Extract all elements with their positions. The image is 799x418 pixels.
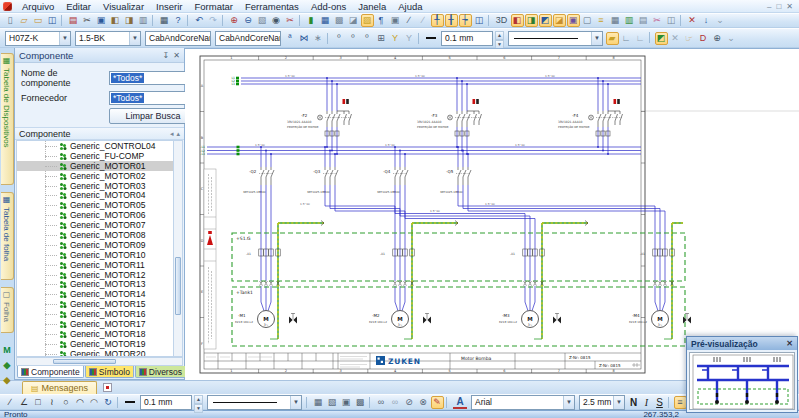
pilcrow-icon[interactable]: ¶ bbox=[375, 14, 388, 27]
message-error-icon[interactable] bbox=[103, 383, 112, 392]
supplier-combo[interactable]: *Todos*▼ bbox=[109, 91, 197, 105]
cable-name-combo-1[interactable]: CabAndCoreName,▼ bbox=[145, 31, 211, 46]
cube-outline-icon[interactable]: ▢ bbox=[581, 14, 594, 27]
to-front-icon[interactable]: ▣ bbox=[340, 396, 353, 409]
text-column-icon[interactable]: ◫ bbox=[473, 14, 486, 27]
underline-button[interactable]: S bbox=[653, 397, 666, 408]
component-item[interactable]: Generic_MOTOR12 bbox=[17, 270, 182, 280]
unlink-icon[interactable]: ∞ bbox=[389, 396, 402, 409]
pin-grid-icon[interactable]: ⊞ bbox=[375, 32, 388, 45]
italic-button[interactable]: I bbox=[640, 397, 653, 408]
tab-tabela-de-dispositivos[interactable]: ▦Tabela de Dispositivos bbox=[1, 53, 14, 185]
save-copy-icon[interactable]: ◫ bbox=[665, 14, 678, 27]
deselect-icon[interactable]: ✕ bbox=[669, 32, 682, 45]
print-icon[interactable]: ▦ bbox=[158, 14, 171, 27]
component-item[interactable]: Generic_MOTOR04 bbox=[17, 190, 182, 200]
redliner-icon[interactable]: D bbox=[697, 32, 710, 45]
cube-green-icon[interactable]: ◆ bbox=[1, 359, 13, 371]
component-item[interactable]: Generic_MOTOR13 bbox=[17, 279, 182, 289]
font-size-combo[interactable]: 2.5 mm▼ bbox=[579, 395, 625, 410]
image-icon[interactable]: ▣ bbox=[389, 14, 402, 27]
component-item[interactable]: Generic_MOTOR15 bbox=[17, 299, 182, 309]
cube-red-icon[interactable]: ◧ bbox=[511, 14, 524, 27]
find-icon[interactable]: ◉ bbox=[270, 14, 283, 27]
component-item[interactable]: Generic_MOTOR08 bbox=[17, 230, 182, 240]
draw-polyline-icon[interactable]: ∠ bbox=[18, 396, 31, 409]
tab-mensagens[interactable]: ▤ Mensagens bbox=[22, 381, 97, 394]
component-section-header[interactable]: Componente ◂▴ bbox=[15, 127, 184, 140]
grid-icon[interactable]: ▩ bbox=[333, 14, 346, 27]
cube-green-icon[interactable]: ◨ bbox=[525, 14, 538, 27]
cube-blue-icon[interactable]: ◩ bbox=[539, 14, 552, 27]
component-item[interactable]: Generic_MOTOR01 bbox=[17, 161, 182, 171]
contactor-group[interactable]: -Q2 -Q3 -Q4 -Q5 3RT1025-1BB40 3RT1025-1B… bbox=[243, 146, 471, 193]
open-icon[interactable]: ▱ bbox=[18, 14, 31, 27]
paste-icon[interactable]: ◧ bbox=[109, 14, 122, 27]
wire-name-icon[interactable]: ª bbox=[284, 32, 297, 45]
overflow-icon[interactable]: ⌄ bbox=[725, 32, 738, 45]
group-icon[interactable]: ▦ bbox=[312, 396, 325, 409]
schematic-canvas-area[interactable]: 12 34 56 78 12 34 56 78 AB CD EF bbox=[185, 48, 799, 380]
menu-item[interactable]: Ferramentas bbox=[239, 1, 305, 12]
location-boxes[interactable] bbox=[232, 233, 685, 346]
component-item[interactable]: Generic_FU-COMP bbox=[17, 151, 182, 161]
zoom-out-icon[interactable]: ⊖ bbox=[242, 14, 255, 27]
font-color-icon[interactable]: A bbox=[453, 396, 467, 409]
line-weight-stepper[interactable]: ▲▼ bbox=[194, 395, 203, 409]
pin-number-icon[interactable]: º bbox=[333, 32, 346, 45]
cable-name-combo-2[interactable]: CabAndCoreName,▼ bbox=[215, 31, 281, 46]
pan-hand-icon[interactable]: ☞ bbox=[683, 32, 696, 45]
pin-swap-icon[interactable]: º bbox=[361, 32, 374, 45]
wire-join-icon[interactable]: ⋈ bbox=[298, 32, 311, 45]
snap-icon[interactable]: ∟ bbox=[620, 32, 633, 45]
line-icon[interactable]: ∕ bbox=[403, 14, 416, 27]
tree-horizontal-scrollbar[interactable] bbox=[16, 357, 183, 366]
undo-icon[interactable]: ↶ bbox=[193, 14, 206, 27]
pin-up-icon[interactable]: ╀ bbox=[431, 14, 444, 27]
tree-vertical-scrollbar[interactable] bbox=[173, 141, 182, 356]
link-icon[interactable]: ∞ bbox=[375, 396, 388, 409]
component-item[interactable]: Generic_MOTOR11 bbox=[17, 260, 182, 270]
overflow-icon[interactable]: ⌄ bbox=[714, 14, 727, 27]
pe-wires[interactable] bbox=[270, 221, 683, 340]
clipboard-icon[interactable]: ▥ bbox=[137, 14, 150, 27]
wire-star-icon[interactable]: ∗ bbox=[312, 32, 325, 45]
note-icon[interactable]: ▤ bbox=[637, 14, 650, 27]
component-item[interactable]: Generic_MOTOR06 bbox=[17, 210, 182, 220]
attach-icon[interactable]: ⊗ bbox=[417, 396, 430, 409]
reference-icon[interactable]: ◪ bbox=[347, 14, 360, 27]
draw-arc3-icon[interactable]: ◠ bbox=[88, 396, 101, 409]
component-item[interactable]: Generic_MOTOR17 bbox=[17, 319, 182, 329]
import-sheet-icon[interactable]: ▤ bbox=[67, 14, 80, 27]
color-mode-icon[interactable]: ◩ bbox=[655, 32, 668, 45]
layers-icon[interactable]: ≡ bbox=[595, 14, 608, 27]
pencil-icon[interactable]: ∕ bbox=[417, 14, 430, 27]
tab-folha[interactable]: ▢Folha bbox=[1, 287, 14, 333]
pin-name-icon[interactable]: º bbox=[347, 32, 360, 45]
pin-icon[interactable]: ↧ bbox=[163, 51, 170, 60]
breaker-group[interactable]: -F2 -F3 -F4 3RV1021-4AA10 3RV1021-4AA10 … bbox=[287, 77, 623, 155]
paste-special-icon[interactable]: ◨ bbox=[123, 14, 136, 27]
draw-arc-icon[interactable]: ◠ bbox=[74, 396, 87, 409]
filter-icon[interactable]: Y bbox=[389, 32, 402, 45]
component-item[interactable]: Generic_MOTOR05 bbox=[17, 200, 182, 210]
import-icon[interactable]: ↓ bbox=[700, 14, 713, 27]
component-item[interactable]: Generic_MOTOR19 bbox=[17, 339, 182, 349]
terminal-strips[interactable]: -X1 -X1 -X1 -X1 bbox=[246, 249, 674, 286]
save-icon[interactable]: ◫ bbox=[46, 14, 59, 27]
menu-item[interactable]: Add-ons bbox=[305, 1, 352, 12]
draw-rect-icon[interactable]: □ bbox=[32, 396, 45, 409]
cube-purple-icon[interactable]: ▣ bbox=[567, 14, 580, 27]
component-item[interactable]: Generic_CONTROL04 bbox=[17, 141, 182, 151]
pin-right-icon[interactable]: ┾ bbox=[459, 14, 472, 27]
component-item[interactable]: Generic_MOTOR03 bbox=[17, 181, 182, 191]
window-control-icon[interactable]: – bbox=[767, 2, 771, 11]
window-control-icon[interactable]: □ bbox=[776, 2, 781, 11]
preview-window[interactable]: Pré-visualização ✕ bbox=[686, 336, 798, 413]
align-left-icon[interactable]: ≡ bbox=[674, 396, 687, 409]
tab-componente[interactable]: Componente bbox=[17, 366, 84, 378]
menu-item[interactable]: Formatar bbox=[188, 1, 239, 12]
component-item[interactable]: Generic_MOTOR20 bbox=[17, 349, 182, 357]
wire-cut-icon[interactable]: ✂ bbox=[651, 14, 664, 27]
bold-button[interactable]: N bbox=[627, 397, 640, 408]
